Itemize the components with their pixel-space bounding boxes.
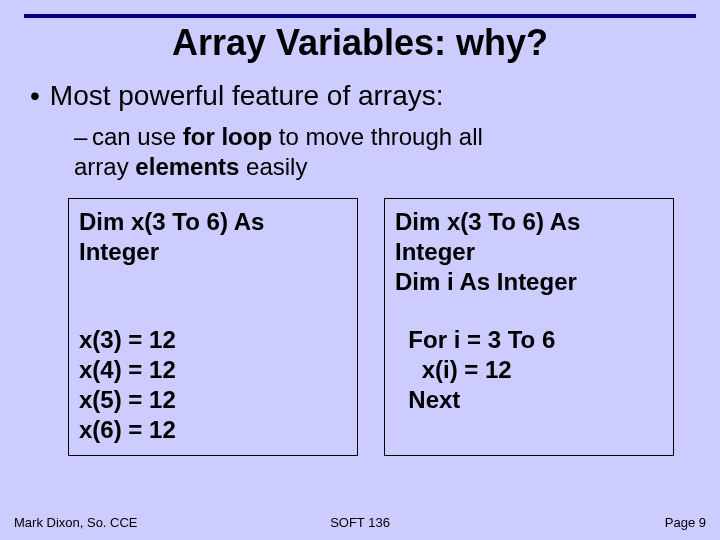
code-box-left: Dim x(3 To 6) As Integer x(3) = 12 x(4) … bbox=[68, 198, 358, 456]
sub-pre: can use bbox=[92, 123, 183, 150]
title-rule bbox=[24, 14, 696, 18]
slide-title: Array Variables: why? bbox=[0, 22, 720, 64]
code-line: Dim x(3 To 6) As bbox=[79, 207, 347, 237]
footer-left: Mark Dixon, So. CCE bbox=[14, 515, 138, 530]
code-line: x(3) = 12 bbox=[79, 325, 347, 355]
code-line: x(5) = 12 bbox=[79, 385, 347, 415]
slide-body: • Most powerful feature of arrays: –can … bbox=[24, 80, 696, 456]
code-line: x(i) = 12 bbox=[395, 355, 663, 385]
bullet-level-1: • Most powerful feature of arrays: bbox=[24, 80, 696, 112]
footer-center: SOFT 136 bbox=[330, 515, 390, 530]
code-boxes-row: Dim x(3 To 6) As Integer x(3) = 12 x(4) … bbox=[68, 198, 696, 456]
code-gap bbox=[79, 267, 347, 325]
code-line: Integer bbox=[79, 237, 347, 267]
bullet-dash-icon: – bbox=[74, 122, 92, 152]
code-line: x(4) = 12 bbox=[79, 355, 347, 385]
sub-post: easily bbox=[239, 153, 307, 180]
bullet-dot-icon: • bbox=[30, 80, 40, 112]
code-line: Dim x(3 To 6) As bbox=[395, 207, 663, 237]
bullet-text: Most powerful feature of arrays: bbox=[50, 80, 444, 112]
code-box-right: Dim x(3 To 6) As Integer Dim i As Intege… bbox=[384, 198, 674, 456]
slide-footer: Mark Dixon, So. CCE SOFT 136 Page 9 bbox=[14, 515, 706, 530]
sub-bold-forloop: for loop bbox=[183, 123, 272, 150]
bullet-level-2: –can use for loop to move through all ar… bbox=[74, 122, 696, 182]
sub-bold-elements: elements bbox=[135, 153, 239, 180]
footer-right: Page 9 bbox=[665, 515, 706, 530]
code-line: x(6) = 12 bbox=[79, 415, 347, 445]
code-gap bbox=[395, 297, 663, 325]
code-line: For i = 3 To 6 bbox=[395, 325, 663, 355]
code-line: Dim i As Integer bbox=[395, 267, 663, 297]
code-line: Next bbox=[395, 385, 663, 415]
code-line: Integer bbox=[395, 237, 663, 267]
